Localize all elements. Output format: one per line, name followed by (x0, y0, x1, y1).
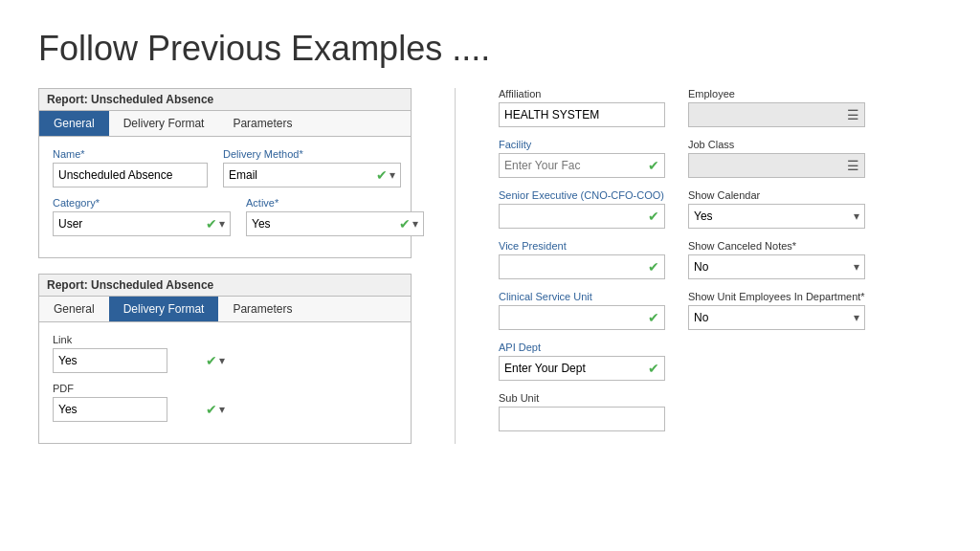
tab-delivery-format-2[interactable]: Delivery Format (109, 297, 219, 321)
active-wrapper[interactable]: ✔ ▾ (246, 211, 424, 236)
active-label: Active* (246, 197, 424, 209)
job-class-menu-icon: ☰ (847, 158, 859, 173)
pdf-input[interactable] (58, 403, 202, 416)
tab-delivery-format-1[interactable]: Delivery Format (109, 111, 219, 136)
senior-group: Senior Executive (CNO-CFO-COO) ✔ (499, 189, 665, 229)
panel1-header: Report: Unscheduled Absence (39, 89, 411, 111)
api-dept-input[interactable] (504, 362, 648, 375)
content-area: Report: Unscheduled Absence General Deli… (38, 88, 942, 444)
vice-input[interactable] (504, 260, 648, 274)
pdf-check-icon: ✔ (206, 402, 217, 417)
show-unit-group: Show Unit Employees In Department* No Ye… (688, 291, 865, 330)
category-wrapper[interactable]: ✔ ▾ (53, 211, 231, 236)
panel1-row2: Category* ✔ ▾ Active* ✔ (53, 197, 397, 236)
show-canceled-wrapper[interactable]: No Yes ▾ (688, 254, 865, 279)
category-arrow-icon[interactable]: ▾ (219, 217, 225, 231)
sub-unit-input[interactable] (504, 412, 659, 426)
facility-group: Facility ✔ (499, 139, 665, 178)
active-group: Active* ✔ ▾ (246, 197, 424, 236)
active-arrow-icon[interactable]: ▾ (412, 217, 418, 231)
facility-wrapper[interactable]: ✔ (499, 153, 665, 178)
panel2-row1: Link ✔ ▾ (53, 334, 397, 373)
sub-unit-label: Sub Unit (499, 392, 665, 404)
tab-general-2[interactable]: General (39, 297, 109, 321)
employee-wrapper[interactable]: ☰ (688, 102, 865, 127)
panel-delivery: Report: Unscheduled Absence General Deli… (38, 274, 412, 444)
facility-check-icon: ✔ (648, 158, 659, 173)
panel2-tabs: General Delivery Format Parameters (39, 297, 411, 322)
senior-input[interactable] (504, 209, 648, 223)
delivery-method-check-icon: ✔ (376, 167, 388, 183)
right-col1: Affiliation Facility ✔ Senior Executive … (499, 88, 665, 431)
delivery-method-group: Delivery Method* ✔ ▾ (223, 148, 401, 187)
pdf-label: PDF (53, 383, 397, 394)
show-calendar-arrow-icon: ▾ (854, 209, 859, 223)
panel2-row2: PDF ✔ ▾ (53, 383, 397, 422)
category-input[interactable] (58, 217, 202, 231)
left-panels: Report: Unscheduled Absence General Deli… (38, 88, 421, 444)
affiliation-wrapper[interactable] (499, 102, 665, 127)
show-calendar-select[interactable]: Yes No (694, 209, 854, 223)
tab-general-1[interactable]: General (39, 111, 109, 136)
delivery-method-input[interactable] (229, 168, 372, 182)
show-calendar-wrapper[interactable]: Yes No ▾ (688, 204, 865, 229)
right-panel: Affiliation Facility ✔ Senior Executive … (489, 88, 942, 431)
tab-parameters-2[interactable]: Parameters (218, 297, 306, 321)
job-class-label: Job Class (688, 139, 865, 150)
show-calendar-group: Show Calendar Yes No ▾ (688, 189, 865, 229)
panel-general: Report: Unscheduled Absence General Deli… (38, 88, 412, 258)
api-dept-label: API Dept (499, 342, 665, 353)
vice-group: Vice President ✔ (499, 240, 665, 279)
link-check-icon: ✔ (206, 353, 217, 368)
api-dept-wrapper[interactable]: ✔ (499, 356, 665, 381)
vice-label: Vice President (499, 240, 665, 252)
vice-wrapper[interactable]: ✔ (499, 254, 665, 279)
senior-label: Senior Executive (CNO-CFO-COO) (499, 189, 665, 201)
link-input[interactable] (58, 354, 202, 367)
panel2-header-text: Report: Unscheduled Absence (47, 278, 213, 292)
pdf-wrapper[interactable]: ✔ ▾ (53, 397, 167, 422)
clinical-wrapper[interactable]: ✔ (499, 305, 665, 330)
page: Follow Previous Examples .... Report: Un… (0, 0, 980, 473)
job-class-wrapper[interactable]: ☰ (688, 153, 865, 178)
tab-parameters-1[interactable]: Parameters (218, 111, 306, 136)
category-group: Category* ✔ ▾ (53, 197, 231, 236)
job-class-group: Job Class ☰ (688, 139, 865, 178)
pdf-arrow-icon[interactable]: ▾ (219, 403, 225, 416)
right-col2: Employee ☰ Job Class ☰ Show Calendar (688, 88, 865, 431)
affiliation-input[interactable] (504, 108, 659, 121)
employee-input[interactable] (694, 108, 847, 121)
employee-group: Employee ☰ (688, 88, 865, 127)
active-check-icon: ✔ (399, 216, 411, 231)
clinical-check-icon: ✔ (648, 310, 659, 325)
name-label: Name* (53, 148, 208, 160)
show-unit-label: Show Unit Employees In Department* (688, 291, 865, 302)
senior-check-icon: ✔ (648, 209, 659, 224)
clinical-input[interactable] (504, 311, 648, 324)
name-input-wrapper[interactable] (53, 163, 208, 187)
senior-wrapper[interactable]: ✔ (499, 204, 665, 229)
active-input[interactable] (252, 217, 395, 231)
sub-unit-wrapper[interactable] (499, 407, 665, 431)
job-class-input[interactable] (694, 159, 847, 172)
category-check-icon: ✔ (206, 216, 217, 231)
name-input[interactable] (58, 168, 202, 182)
panel1-row1: Name* Delivery Method* ✔ ▾ (53, 148, 397, 187)
clinical-label: Clinical Service Unit (499, 291, 665, 302)
employee-label: Employee (688, 88, 865, 99)
panel2-header: Report: Unscheduled Absence (39, 275, 411, 297)
pdf-group: PDF ✔ ▾ (53, 383, 397, 422)
link-wrapper[interactable]: ✔ ▾ (53, 348, 167, 373)
link-group: Link ✔ ▾ (53, 334, 397, 373)
panel1-header-text: Report: Unscheduled Absence (47, 93, 213, 106)
panel1-tabs: General Delivery Format Parameters (39, 111, 411, 137)
show-unit-select[interactable]: No Yes (694, 311, 854, 324)
link-arrow-icon[interactable]: ▾ (219, 354, 225, 367)
delivery-method-wrapper[interactable]: ✔ ▾ (223, 163, 401, 187)
show-unit-wrapper[interactable]: No Yes ▾ (688, 305, 865, 330)
category-label: Category* (53, 197, 231, 209)
show-canceled-select[interactable]: No Yes (694, 260, 854, 274)
delivery-method-arrow-icon[interactable]: ▾ (390, 168, 395, 182)
sub-unit-group: Sub Unit (499, 392, 665, 431)
facility-input[interactable] (504, 159, 648, 172)
